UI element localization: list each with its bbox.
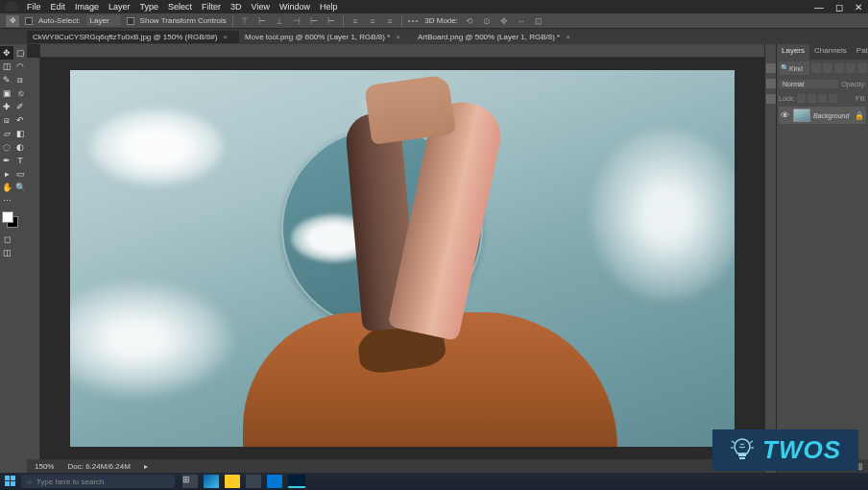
move-tool[interactable]: ✥: [0, 46, 13, 60]
quick-mask-icon[interactable]: ◻: [0, 233, 13, 246]
distribute-bottom-icon[interactable]: ≡: [384, 15, 396, 27]
blend-mode-dropdown[interactable]: Normal: [779, 80, 838, 88]
menu-help[interactable]: Help: [320, 2, 338, 12]
align-vcenter-icon[interactable]: ⊢: [256, 15, 268, 27]
taskbar-app-photoshop[interactable]: [288, 475, 305, 488]
document-canvas[interactable]: [70, 70, 735, 447]
history-brush-tool[interactable]: ↶: [13, 113, 27, 127]
tab-channels[interactable]: Channels: [809, 44, 852, 60]
menu-file[interactable]: File: [27, 2, 41, 12]
hand-tool[interactable]: ✋: [0, 181, 13, 194]
align-right-icon[interactable]: ⊢: [326, 15, 337, 27]
close-tab-icon[interactable]: ×: [223, 33, 228, 41]
filter-adjustment-icon[interactable]: [823, 63, 832, 73]
layer-filter-dropdown[interactable]: 🔍Kind: [779, 61, 809, 75]
filter-shape-icon[interactable]: [846, 63, 856, 73]
distribute-vcenter-icon[interactable]: ≡: [367, 15, 378, 27]
lock-icon[interactable]: 🔒: [855, 111, 864, 120]
layer-name[interactable]: Background: [813, 112, 852, 119]
zoom-level[interactable]: 150%: [35, 462, 54, 471]
crop-tool[interactable]: ⧈: [13, 73, 27, 86]
align-bottom-icon[interactable]: ⊥: [274, 15, 285, 27]
menu-layer[interactable]: Layer: [108, 2, 131, 12]
layer-thumbnail[interactable]: [793, 109, 810, 122]
lock-transparency-icon[interactable]: [797, 94, 806, 103]
eyedropper-tool[interactable]: ⎋: [13, 86, 27, 100]
healing-brush-tool[interactable]: ✚: [0, 100, 13, 113]
quick-select-tool[interactable]: ✎: [0, 73, 13, 86]
align-top-icon[interactable]: ⊤: [239, 15, 251, 27]
align-left-icon[interactable]: ⊣: [291, 15, 302, 27]
slide-3d-icon[interactable]: ↔: [516, 15, 527, 27]
eraser-tool[interactable]: ▱: [0, 127, 13, 140]
edit-toolbar-icon[interactable]: ⋯: [0, 194, 13, 208]
document-info[interactable]: Doc: 6.24M/6.24M: [67, 462, 130, 471]
zoom-tool[interactable]: 🔍: [13, 181, 27, 194]
dodge-tool[interactable]: ◐: [13, 140, 27, 154]
menu-window[interactable]: Window: [279, 2, 310, 12]
collapsed-panel-icon[interactable]: [766, 79, 776, 88]
vertical-ruler[interactable]: [27, 58, 40, 459]
close-tab-icon[interactable]: ×: [566, 33, 570, 41]
taskbar-app-mail[interactable]: [267, 475, 282, 488]
tab-document-1[interactable]: CkWY8CuCYSRGq6qftzTu0xB.jpg @ 150% (RGB/…: [27, 31, 239, 43]
color-swatches[interactable]: [2, 211, 25, 229]
start-button[interactable]: [4, 475, 17, 488]
lasso-tool[interactable]: ◠: [13, 60, 27, 73]
tab-layers[interactable]: Layers: [777, 44, 809, 60]
marquee-tool[interactable]: ◫: [0, 60, 13, 73]
artboard-tool[interactable]: ▢: [13, 46, 27, 60]
align-hcenter-icon[interactable]: ⊢: [308, 15, 320, 27]
zoom-3d-icon[interactable]: ⊡: [533, 15, 544, 27]
tab-paths[interactable]: Paths: [852, 44, 868, 60]
taskbar-search[interactable]: ○ Type here to search: [21, 475, 175, 488]
move-tool-icon[interactable]: ✥: [6, 15, 19, 27]
auto-select-dropdown[interactable]: Layer: [86, 15, 121, 26]
distribute-top-icon[interactable]: ≡: [350, 15, 361, 27]
menu-image[interactable]: Image: [75, 2, 99, 12]
filter-type-icon[interactable]: [834, 63, 844, 73]
shape-tool[interactable]: ▭: [13, 167, 27, 181]
lock-position-icon[interactable]: [818, 94, 827, 103]
menu-3d[interactable]: 3D: [230, 2, 242, 12]
frame-tool[interactable]: ▣: [0, 86, 13, 100]
window-minimize-icon[interactable]: —: [814, 2, 824, 12]
auto-select-checkbox[interactable]: [25, 17, 33, 25]
horizontal-ruler[interactable]: [40, 44, 764, 58]
window-maximize-icon[interactable]: ◻: [835, 2, 843, 12]
type-tool[interactable]: T: [13, 154, 27, 167]
more-options-icon[interactable]: •••: [408, 16, 419, 25]
blur-tool[interactable]: ◌: [0, 140, 13, 154]
taskbar-app-edge[interactable]: [204, 475, 219, 488]
screen-mode-icon[interactable]: ◫: [0, 246, 13, 259]
task-view-icon[interactable]: ⊞: [182, 475, 198, 488]
orbit-3d-icon[interactable]: ⟲: [464, 15, 475, 27]
path-select-tool[interactable]: ▸: [0, 167, 13, 181]
collapsed-panel-icon[interactable]: [766, 94, 776, 104]
canvas-area[interactable]: [40, 58, 764, 459]
pen-tool[interactable]: ✒: [0, 154, 13, 167]
foreground-color-swatch[interactable]: [2, 211, 13, 223]
roll-3d-icon[interactable]: ⊙: [481, 15, 493, 27]
pan-3d-icon[interactable]: ✥: [498, 15, 510, 27]
tab-document-3[interactable]: ArtBoard.png @ 500% (Layer 1, RGB/8) * ×: [412, 31, 582, 43]
menu-type[interactable]: Type: [140, 2, 159, 12]
close-tab-icon[interactable]: ×: [396, 33, 400, 41]
menu-view[interactable]: View: [252, 2, 270, 12]
layer-row-background[interactable]: 👁 Background 🔒: [779, 107, 866, 124]
layer-visibility-icon[interactable]: 👁: [781, 110, 790, 120]
clone-stamp-tool[interactable]: ⧇: [0, 113, 13, 127]
collapsed-panel-icon[interactable]: [766, 63, 776, 73]
brush-tool[interactable]: ✐: [13, 100, 27, 113]
taskbar-app-explorer[interactable]: [225, 475, 240, 488]
tab-document-2[interactable]: Move tool.png @ 600% (Layer 1, RGB/8) * …: [239, 31, 412, 43]
status-arrow-icon[interactable]: ▸: [144, 462, 148, 471]
lock-pixels-icon[interactable]: [808, 94, 816, 103]
filter-pixel-icon[interactable]: [811, 63, 821, 73]
gradient-tool[interactable]: ◧: [13, 127, 27, 140]
menu-select[interactable]: Select: [168, 2, 192, 12]
menu-edit[interactable]: Edit: [51, 2, 66, 12]
lock-all-icon[interactable]: [829, 94, 837, 103]
window-close-icon[interactable]: ✕: [855, 2, 862, 12]
filter-smart-icon[interactable]: [857, 63, 867, 73]
